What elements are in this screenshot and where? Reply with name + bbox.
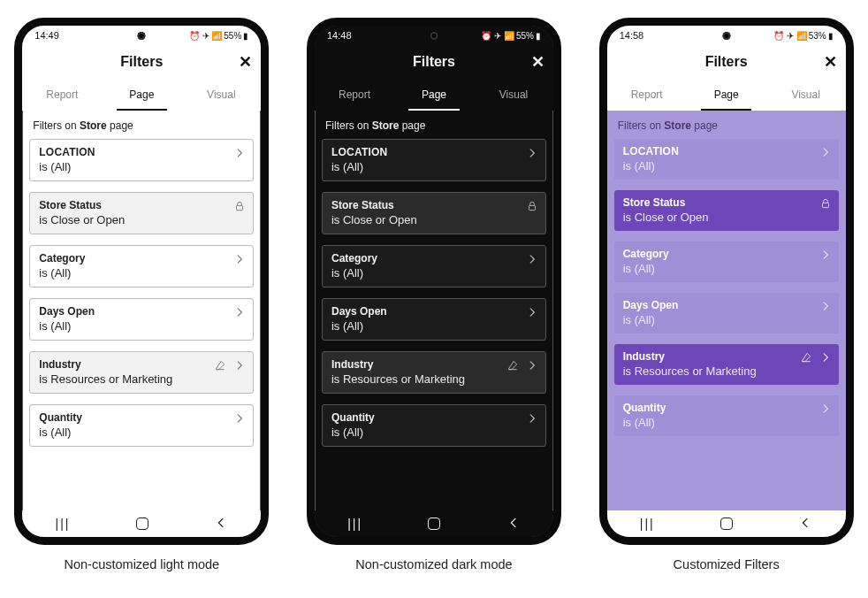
- chevron-right-icon: [526, 253, 538, 265]
- nav-recents-icon[interactable]: |||: [347, 517, 362, 531]
- filter-card[interactable]: Industryis Resources or Marketing: [322, 351, 546, 394]
- nav-back-icon[interactable]: [214, 516, 228, 533]
- caption-custom: Customized Filters: [674, 557, 780, 571]
- status-right: ⏰ ✈ 📶 55% ▮: [481, 31, 541, 41]
- tab-page[interactable]: Page: [687, 79, 766, 111]
- subhead-prefix: Filters on: [33, 119, 80, 132]
- filter-card[interactable]: LOCATIONis (All): [322, 139, 546, 181]
- filter-card[interactable]: LOCATIONis (All): [29, 139, 254, 181]
- filter-card-value: is (All): [39, 160, 244, 173]
- filter-card[interactable]: LOCATIONis (All): [614, 139, 839, 180]
- filter-card[interactable]: Store Statusis Close or Open: [614, 190, 839, 231]
- nav-back-icon[interactable]: [506, 516, 521, 533]
- close-icon[interactable]: ✕: [239, 54, 252, 70]
- page-title: Filters: [120, 54, 163, 70]
- filter-card[interactable]: Quantityis (All): [29, 404, 254, 447]
- filter-card-icons: [233, 253, 246, 265]
- filter-card[interactable]: Industryis Resources or Marketing: [614, 344, 839, 385]
- subhead-bold: Store: [664, 119, 691, 132]
- filters-subhead: Filters on Store page: [33, 119, 250, 132]
- tab-label: Visual: [207, 88, 235, 101]
- filter-card-value: is Close or Open: [39, 213, 244, 226]
- subhead-prefix: Filters on: [618, 119, 665, 132]
- caption-light: Non-customized light mode: [64, 557, 219, 571]
- tab-page[interactable]: Page: [394, 79, 474, 111]
- filter-card-icons: [214, 359, 246, 372]
- filter-card[interactable]: Industryis Resources or Marketing: [29, 351, 254, 394]
- status-battery-pct: 53%: [809, 31, 826, 41]
- filter-card[interactable]: Store Statusis Close or Open: [322, 192, 546, 234]
- header: Filters✕: [315, 45, 553, 79]
- nav-home-icon[interactable]: [720, 518, 733, 530]
- filter-card[interactable]: Categoryis (All): [29, 245, 254, 288]
- tab-label: Report: [339, 88, 370, 101]
- tabs: ReportPageVisual: [607, 79, 846, 111]
- phone-dark: 14:48⏰ ✈ 📶 55% ▮Filters✕ReportPageVisual…: [307, 18, 561, 545]
- filter-card-value: is Resources or Marketing: [39, 372, 244, 386]
- filter-card[interactable]: Days Openis (All): [614, 293, 839, 334]
- tab-report[interactable]: Report: [607, 79, 687, 111]
- filter-card-title: LOCATION: [331, 146, 537, 158]
- nav-recents-icon[interactable]: |||: [56, 517, 71, 531]
- filter-card-value: is (All): [623, 159, 830, 172]
- erase-icon[interactable]: [214, 359, 226, 372]
- tab-report[interactable]: Report: [22, 79, 102, 111]
- front-camera: [722, 32, 730, 40]
- nav-home-icon[interactable]: [428, 518, 440, 530]
- phone-light: 14:49⏰ ✈ 📶 55% ▮Filters✕ReportPageVisual…: [14, 18, 269, 545]
- filter-card-value: is (All): [331, 426, 537, 439]
- android-navbar: |||: [607, 510, 846, 537]
- tab-label: Visual: [499, 88, 528, 101]
- close-icon[interactable]: ✕: [531, 54, 544, 70]
- filter-card[interactable]: Store Statusis Close or Open: [29, 192, 254, 234]
- filter-card-title: LOCATION: [39, 146, 244, 158]
- status-battery-pct: 55%: [224, 31, 241, 41]
- chevron-right-icon: [233, 253, 246, 265]
- filter-card-value: is (All): [331, 266, 537, 280]
- filter-card-icons: [233, 306, 246, 318]
- filter-card-icons: [233, 200, 246, 212]
- filter-card[interactable]: Days Openis (All): [29, 298, 254, 341]
- filter-card-title: Days Open: [331, 305, 537, 318]
- tab-report[interactable]: Report: [315, 79, 394, 111]
- chevron-right-icon: [526, 412, 538, 425]
- filter-card-title: Category: [331, 252, 537, 264]
- phone-wrap-dark: 14:48⏰ ✈ 📶 55% ▮Filters✕ReportPageVisual…: [307, 18, 561, 571]
- filter-card-icons: [526, 147, 538, 159]
- nav-recents-icon[interactable]: |||: [640, 517, 655, 531]
- tab-visual[interactable]: Visual: [181, 79, 261, 111]
- phone-wrap-light: 14:49⏰ ✈ 📶 55% ▮Filters✕ReportPageVisual…: [14, 18, 269, 571]
- filter-card-icons: [506, 359, 538, 372]
- filter-card-value: is (All): [331, 319, 537, 333]
- filter-card-value: is Resources or Marketing: [331, 372, 537, 386]
- tab-label: Page: [422, 88, 446, 101]
- close-icon[interactable]: ✕: [824, 54, 837, 70]
- filter-card[interactable]: Days Openis (All): [322, 298, 546, 341]
- tab-visual[interactable]: Visual: [766, 79, 846, 111]
- tab-page[interactable]: Page: [102, 79, 181, 111]
- status-right: ⏰ ✈ 📶 53% ▮: [773, 31, 834, 41]
- filter-card-icons: [526, 200, 538, 212]
- filter-card-value: is (All): [623, 313, 830, 326]
- filter-card-value: is (All): [39, 426, 244, 439]
- erase-icon[interactable]: [800, 351, 812, 364]
- status-time: 14:58: [620, 30, 644, 41]
- filter-card[interactable]: Quantityis (All): [322, 404, 546, 447]
- filter-card-title: Days Open: [39, 305, 244, 318]
- nav-back-icon[interactable]: [798, 516, 812, 533]
- erase-icon[interactable]: [506, 359, 519, 372]
- filter-card-title: Quantity: [623, 402, 830, 414]
- tab-visual[interactable]: Visual: [474, 79, 553, 111]
- filter-card-title: Store Status: [39, 199, 244, 211]
- filter-card[interactable]: Categoryis (All): [322, 245, 546, 288]
- chevron-right-icon: [233, 306, 246, 318]
- tab-label: Page: [129, 88, 154, 101]
- page-title: Filters: [413, 54, 455, 70]
- nav-home-icon[interactable]: [136, 518, 148, 530]
- filter-card-title: Industry: [623, 350, 830, 363]
- lock-icon: [819, 197, 832, 210]
- filter-card[interactable]: Categoryis (All): [614, 242, 839, 282]
- filter-card-icons: [819, 146, 832, 158]
- filter-card-icons: [800, 351, 832, 364]
- filter-card[interactable]: Quantityis (All): [614, 395, 839, 436]
